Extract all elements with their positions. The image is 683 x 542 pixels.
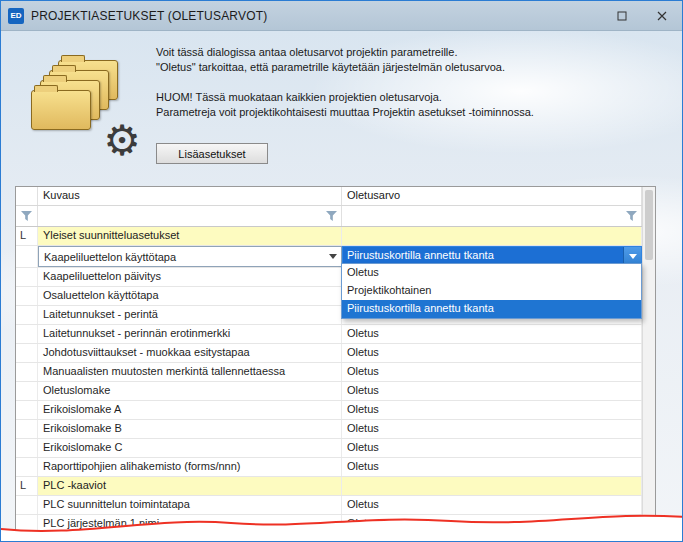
maximize-icon <box>617 11 627 21</box>
row-label: Laitetunnukset - perintä <box>38 306 342 324</box>
row-label: PLC järjestelmän 1 nimi <box>38 515 342 533</box>
dropdown-item-selected[interactable]: Piirustuskortilla annettu tkanta <box>342 300 641 318</box>
table-row[interactable]: PLC järjestelmän 2 nimi Oletus <box>16 534 642 542</box>
vertical-scrollbar[interactable] <box>642 187 655 532</box>
kuvaus-combo[interactable]: Kaapeliluettelon käyttötapa <box>38 246 342 267</box>
row-label: Johdotusviittaukset - muokkaa esitystapa… <box>38 344 342 362</box>
settings-table: Kuvaus Oletusarvo L Yleiset suunnittelua… <box>15 186 656 533</box>
intro-line-2: "Oletus" tarkoittaa, että parametrille k… <box>156 60 656 75</box>
folder-icon <box>31 90 91 130</box>
header-kuvaus[interactable]: Kuvaus <box>38 187 342 205</box>
row-label: Yleiset suunnitteluasetukset <box>38 227 342 245</box>
row-value: Oletus <box>342 515 642 533</box>
intro-line-4: Parametreja voit projektikohtaisesti muu… <box>156 105 656 120</box>
table-row[interactable]: Laitetunnukset - perinnän erotinmerkki O… <box>16 325 642 344</box>
row-label: PLC suunnittelun toimintatapa <box>38 496 342 514</box>
table-row[interactable]: Erikoislomake A Oletus <box>16 401 642 420</box>
row-value: Oletus <box>342 496 642 514</box>
row-label: Erikoislomake B <box>38 420 342 438</box>
app-icon: ED <box>8 8 24 24</box>
row-label: PLC -kaaviot <box>38 477 342 495</box>
row-value <box>342 477 642 495</box>
row-value <box>342 227 642 245</box>
row-label: PLC järjestelmän 2 nimi <box>38 534 342 542</box>
row-label: Erikoislomake A <box>38 401 342 419</box>
table-row[interactable]: Erikoislomake B Oletus <box>16 420 642 439</box>
titlebar[interactable]: ED PROJEKTIASETUKSET (OLETUSARVOT) <box>1 1 682 31</box>
scrollbar-thumb[interactable] <box>645 190 653 260</box>
table-row[interactable]: Johdotusviittaukset - muokkaa esitystapa… <box>16 344 642 363</box>
row-value: Oletus <box>342 382 642 400</box>
project-folders-icon: ⚙ <box>31 56 143 152</box>
row-label: Kaapeliluettelon päivitys <box>38 268 342 286</box>
intro-line-3: HUOM! Tässä muokataan kaikkien projektie… <box>156 90 656 105</box>
maximize-button[interactable] <box>602 1 642 31</box>
filter-row <box>16 206 642 227</box>
row-value: Oletus <box>342 325 642 343</box>
row-label: Osaluettelon käyttötapa <box>38 287 342 305</box>
table-row[interactable]: PLC suunnittelun toimintatapa Oletus <box>16 496 642 515</box>
chevron-down-icon <box>629 254 637 259</box>
table-row[interactable]: Raporttipohjien alihakemisto (forms/nnn)… <box>16 458 642 477</box>
row-value: Oletus <box>342 458 642 476</box>
gear-icon: ⚙ <box>103 120 141 162</box>
row-value: Oletus <box>342 420 642 438</box>
row-value: Oletus <box>342 534 642 542</box>
combo-dropdown-list[interactable]: Oletus Projektikohtainen Piirustuskortil… <box>341 263 642 319</box>
table-header: Kuvaus Oletusarvo <box>16 187 642 206</box>
row-label: Manuaalisten muutosten merkintä tallenne… <box>38 363 342 381</box>
row-label: Kaapeliluettelon käyttötapa <box>44 251 329 263</box>
row-value: Oletus <box>342 401 642 419</box>
filter-icon[interactable] <box>326 211 337 221</box>
table-row[interactable]: Oletuslomake Oletus <box>16 382 642 401</box>
table-row[interactable]: Manuaalisten muutosten merkintä tallenne… <box>16 363 642 382</box>
dropdown-item[interactable]: Oletus <box>342 264 641 282</box>
dialog-window: ED PROJEKTIASETUKSET (OLETUSARVOT) ⚙ Voi… <box>0 0 683 542</box>
row-value: Oletus <box>342 363 642 381</box>
close-button[interactable] <box>642 1 682 31</box>
close-icon <box>657 11 667 21</box>
filter-icon[interactable] <box>21 211 32 221</box>
header-left <box>16 187 38 205</box>
filter-icon[interactable] <box>626 211 637 221</box>
window-title: PROJEKTIASETUKSET (OLETUSARVOT) <box>31 9 267 23</box>
row-label: Raporttipohjien alihakemisto (forms/nnn) <box>38 458 342 476</box>
chevron-down-icon[interactable] <box>329 254 337 259</box>
row-label: Laitetunnukset - perinnän erotinmerkki <box>38 325 342 343</box>
row-label: Oletuslomake <box>38 382 342 400</box>
advanced-settings-button[interactable]: Lisäasetukset <box>156 143 268 164</box>
row-value: Oletus <box>342 344 642 362</box>
row-label: Erikoislomake C <box>38 439 342 457</box>
table-row[interactable]: PLC järjestelmän 1 nimi Oletus <box>16 515 642 534</box>
dropdown-item[interactable]: Projektikohtainen <box>342 282 641 300</box>
intro-line-1: Voit tässä dialogissa antaa oletusarvot … <box>156 45 656 60</box>
table-row-section[interactable]: L Yleiset suunnitteluasetukset <box>16 227 642 246</box>
header-oletusarvo[interactable]: Oletusarvo <box>342 187 642 205</box>
intro-text: Voit tässä dialogissa antaa oletusarvot … <box>156 45 656 120</box>
table-row-section[interactable]: L PLC -kaaviot <box>16 477 642 496</box>
row-value: Oletus <box>342 439 642 457</box>
table-row[interactable]: Erikoislomake C Oletus <box>16 439 642 458</box>
